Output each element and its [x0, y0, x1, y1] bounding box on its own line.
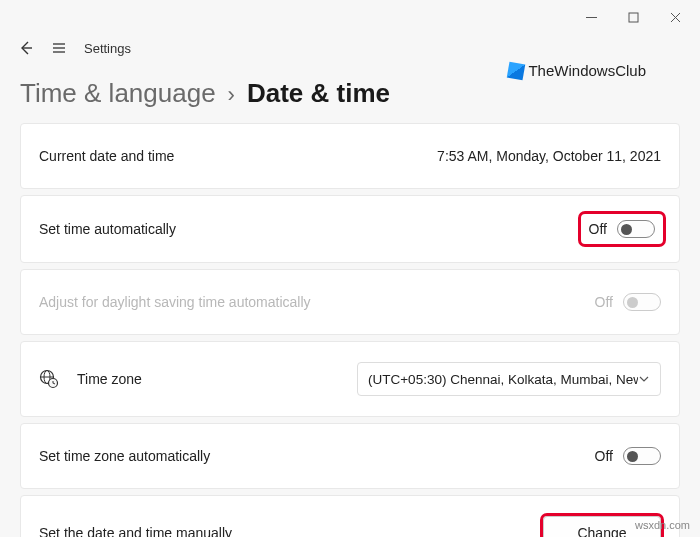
breadcrumb-parent[interactable]: Time & language: [20, 78, 216, 109]
current-datetime-label: Current date and time: [39, 148, 174, 164]
chevron-down-icon: [638, 373, 650, 385]
titlebar: [0, 0, 700, 34]
timezone-select[interactable]: (UTC+05:30) Chennai, Kolkata, Mumbai, Ne…: [357, 362, 661, 396]
row-timezone: Time zone (UTC+05:30) Chennai, Kolkata, …: [20, 341, 680, 417]
dst-auto-toggle: [623, 293, 661, 311]
header-row: Settings: [0, 34, 700, 62]
row-set-tz-auto: Set time zone automatically Off: [20, 423, 680, 489]
minimize-button[interactable]: [570, 3, 612, 31]
set-time-auto-label: Set time automatically: [39, 221, 176, 237]
set-time-auto-state: Off: [589, 221, 607, 237]
current-datetime-value: 7:53 AM, Monday, October 11, 2021: [437, 148, 661, 164]
change-button-label: Change: [577, 525, 626, 537]
set-time-auto-toggle[interactable]: [617, 220, 655, 238]
breadcrumb-separator: ›: [228, 82, 235, 108]
app-name: Settings: [84, 41, 131, 56]
close-button[interactable]: [654, 3, 696, 31]
set-time-auto-control-highlight: Off: [583, 216, 661, 242]
set-tz-auto-label: Set time zone automatically: [39, 448, 210, 464]
maximize-button[interactable]: [612, 3, 654, 31]
brand-text: TheWindowsClub: [528, 62, 646, 79]
set-tz-auto-toggle[interactable]: [623, 447, 661, 465]
timezone-label: Time zone: [77, 371, 142, 387]
row-set-time-auto: Set time automatically Off: [20, 195, 680, 263]
back-button[interactable]: [16, 39, 34, 57]
globe-clock-icon: [39, 369, 59, 389]
menu-icon[interactable]: [50, 39, 68, 57]
dst-auto-state: Off: [595, 294, 613, 310]
site-watermark: wsxdn.com: [635, 519, 690, 531]
brand-logo-icon: [507, 61, 526, 80]
row-current-datetime: Current date and time 7:53 AM, Monday, O…: [20, 123, 680, 189]
timezone-selected-value: (UTC+05:30) Chennai, Kolkata, Mumbai, Ne…: [368, 372, 638, 387]
row-set-manual: Set the date and time manually Change: [20, 495, 680, 537]
set-manual-label: Set the date and time manually: [39, 525, 232, 537]
dst-auto-label: Adjust for daylight saving time automati…: [39, 294, 311, 310]
row-dst-auto: Adjust for daylight saving time automati…: [20, 269, 680, 335]
set-tz-auto-state: Off: [595, 448, 613, 464]
page-title: Date & time: [247, 78, 390, 109]
svg-rect-1: [629, 13, 638, 22]
brand-watermark: TheWindowsClub: [508, 62, 646, 79]
